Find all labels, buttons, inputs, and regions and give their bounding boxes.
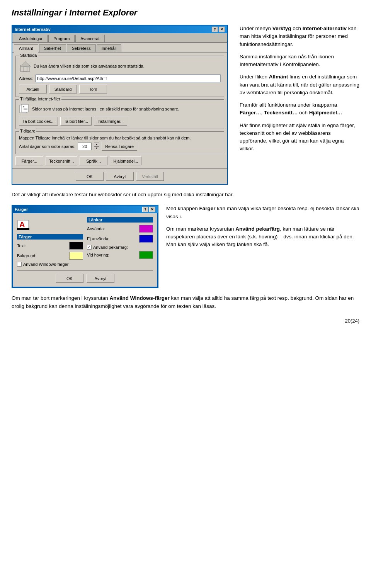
standard-button[interactable]: Standard — [49, 85, 77, 93]
dialog-title: Internet-alternativ — [15, 27, 51, 32]
farger-section-title: Färger — [17, 234, 83, 240]
farger-dialog: Färger ? ✕ A — [12, 205, 158, 288]
footer-text: Det är viktigt att utvecklare testar hur… — [12, 191, 359, 199]
tabs-row1: Anslutningar Program Avancerat — [12, 33, 227, 43]
pekar-label: Använd pekarfärg: — [93, 245, 128, 250]
hovring-label: Vid hovring: — [87, 253, 137, 257]
temp-files-label: Tillfälliga Internet-filer — [19, 97, 61, 101]
farger-avbryt-button[interactable]: Avbryt — [87, 274, 114, 283]
verkstall-button[interactable]: Verkställ — [136, 172, 164, 181]
lankar-section-title: Länkar — [87, 217, 153, 223]
sprak-button[interactable]: Språk... — [80, 156, 107, 165]
adress-row: Adress: — [19, 75, 221, 82]
tidigare-label: Tidigare — [19, 129, 36, 133]
internet-alternativ-dialog-area: Internet-alternativ ? ✕ Anslutningar Pro… — [12, 25, 232, 185]
avbryt-button[interactable]: Avbryt — [106, 172, 134, 181]
ej-anvanda-color-row: Ej använda: — [87, 235, 153, 243]
aktuell-button[interactable]: Aktuell — [19, 85, 47, 93]
farger-dialog-title: Färger — [15, 207, 28, 212]
tab-anslutningar[interactable]: Anslutningar — [14, 35, 48, 42]
cache-icon — [19, 104, 30, 114]
background-color-label: Bakgrund: — [17, 253, 67, 258]
tab-sekretess[interactable]: Sekretess — [67, 44, 96, 52]
spin-buttons: ▲ ▼ — [94, 143, 99, 150]
temp-files-text: Sidor som visas på Internet lagras i en … — [32, 107, 179, 111]
svg-text:A: A — [19, 220, 25, 229]
tab-avancerat[interactable]: Avancerat — [75, 35, 104, 42]
adress-input[interactable] — [36, 75, 221, 82]
installningar-button[interactable]: Inställningar... — [94, 117, 127, 126]
anvanda-label: Använda: — [87, 226, 137, 231]
windows-farger-row: Använd Windows-färger — [17, 262, 83, 267]
close-button[interactable]: ✕ — [219, 27, 225, 32]
cache-row: Sidor som visas på Internet lagras i en … — [19, 104, 221, 114]
farger-help-button[interactable]: ? — [142, 207, 148, 212]
spin-down-button[interactable]: ▼ — [94, 146, 99, 150]
tidigare-content: Mappen Tidigare innehåller länkar till s… — [19, 136, 221, 151]
tom-button[interactable]: Tom — [79, 85, 107, 93]
startsida-btn-row: Aktuell Standard Tom — [19, 85, 221, 93]
help-button[interactable]: ? — [212, 27, 218, 32]
section3-text: Om man tar bort markeringen i kryssrutan… — [12, 294, 359, 310]
windows-farger-checkbox[interactable] — [17, 262, 22, 267]
rensa-tidigare-button[interactable]: Rensa Tidigare — [102, 142, 137, 151]
dialog-footer: OK Avbryt Verkställ — [12, 168, 227, 184]
hjalpmedel-button[interactable]: Hjälpmedel... — [110, 156, 141, 165]
adress-label: Adress: — [19, 76, 33, 81]
farger-left: A Färger Text: Bakgrund: — [17, 217, 83, 267]
farger-icon-area: A — [17, 217, 83, 231]
ej-anvanda-label: Ej använda: — [87, 236, 137, 241]
pekar-row: ✓ Använd pekarfärg: — [87, 245, 153, 250]
farger-right: Länkar Använda: Ej använda: ✓ Använd pek… — [87, 217, 153, 267]
home-icon — [19, 60, 31, 72]
intro-para1: Under menyn Verktyg och Internet-alterna… — [240, 25, 359, 48]
tab-program[interactable]: Program — [48, 35, 75, 42]
tab-allmant[interactable]: Allmänt — [14, 44, 38, 53]
ej-anvanda-color-swatch[interactable] — [139, 235, 153, 243]
text-color-row: Text: — [17, 242, 83, 250]
dagar-input[interactable] — [78, 143, 92, 150]
svg-rect-5 — [23, 106, 24, 107]
farger-titlebar-btns: ? ✕ — [142, 207, 155, 212]
intro-para3: Under fliken Allmänt finns en del instäl… — [240, 73, 359, 97]
tidigare-text: Mappen Tidigare innehåller länkar till s… — [19, 136, 191, 140]
color-palette-icon: A — [17, 217, 31, 231]
startsida-text: Du kan ändra vilken sida som ska använda… — [34, 64, 221, 68]
anvanda-color-swatch[interactable] — [139, 225, 153, 233]
temp-files-group: Tillfälliga Internet-filer Sidor — [15, 99, 224, 129]
hovring-color-swatch[interactable] — [139, 251, 153, 259]
page-title: Inställningar i Internet Explorer — [12, 8, 359, 18]
tab-sakerhet[interactable]: Säkerhet — [39, 44, 66, 52]
background-color-swatch[interactable] — [69, 252, 83, 260]
windows-farger-label: Använd Windows-färger — [23, 262, 68, 267]
farger-close-button[interactable]: ✕ — [149, 207, 155, 212]
dagar-row: Antal dagar som sidor sparas: ▲ ▼ Rensa … — [19, 142, 221, 151]
farger-button[interactable]: Färger... — [15, 156, 43, 165]
tidigare-group: Tidigare Mappen Tidigare innehåller länk… — [15, 131, 224, 154]
intro-para5: Här finns möjligheter att själv ställa i… — [240, 122, 359, 153]
startsida-row: Du kan ändra vilken sida som ska använda… — [19, 60, 221, 72]
dialog-titlebar: Internet-alternativ ? ✕ — [12, 25, 227, 33]
startsida-group: Startsida Du kan ändra vilken sida som s… — [15, 56, 224, 97]
background-color-row: Bakgrund: — [17, 252, 83, 260]
farger-titlebar: Färger ? ✕ — [12, 206, 158, 213]
internet-alternativ-dialog: Internet-alternativ ? ✕ Anslutningar Pro… — [12, 25, 228, 185]
farger-text-area: Med knappen Färger kan man välja vilka f… — [166, 205, 359, 288]
ta-bort-filer-button[interactable]: Ta bort filer... — [60, 117, 92, 126]
cookies-row: Ta bort cookies... Ta bort filer... Inst… — [19, 117, 221, 126]
titlebar-buttons: ? ✕ — [212, 27, 225, 32]
text-color-swatch[interactable] — [69, 242, 83, 250]
hovring-color-row: Vid hovring: — [87, 251, 153, 259]
ok-button[interactable]: OK — [76, 172, 104, 181]
spin-up-button[interactable]: ▲ — [94, 143, 99, 146]
farger-ok-button[interactable]: OK — [56, 274, 83, 283]
teckensnitt-button[interactable]: Teckensnitt... — [46, 156, 77, 165]
section2-layout: Färger ? ✕ A — [12, 205, 359, 288]
main-layout: Internet-alternativ ? ✕ Anslutningar Pro… — [12, 25, 359, 185]
dialog-content: Startsida Du kan ändra vilken sida som s… — [12, 53, 227, 168]
pekar-checkbox[interactable]: ✓ — [87, 245, 92, 250]
farger-para2: Om man markerar kryssrutan Använd pekarf… — [166, 225, 359, 249]
tab-innehall[interactable]: Innehåll — [97, 44, 122, 52]
svg-marker-1 — [20, 61, 31, 67]
ta-bort-cookies-button[interactable]: Ta bort cookies... — [19, 117, 58, 126]
